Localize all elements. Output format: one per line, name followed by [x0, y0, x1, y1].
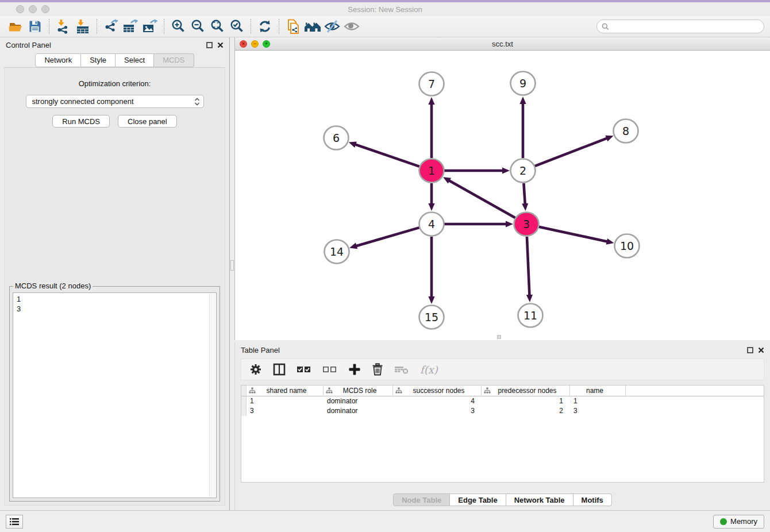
network-graph[interactable]: 1234678910111415 — [235, 51, 769, 340]
eye-slash-icon — [324, 19, 340, 34]
search-input[interactable] — [612, 22, 759, 30]
refresh-button[interactable] — [255, 18, 275, 35]
criterion-select[interactable]: strongly connected component — [26, 95, 204, 108]
float-panel-icon[interactable] — [747, 347, 753, 353]
network-minimize-button[interactable]: − — [251, 40, 259, 48]
node-table[interactable]: shared nameMCDS rolesuccessor nodesprede… — [241, 385, 764, 483]
toolbar-separator — [49, 19, 49, 34]
zoom-selected-button[interactable] — [227, 18, 247, 35]
column-header-successor-nodes[interactable]: successor nodes — [393, 385, 482, 396]
task-history-button[interactable] — [6, 515, 23, 529]
float-panel-icon[interactable] — [206, 42, 213, 48]
table-cell[interactable]: dominator — [324, 396, 393, 406]
network-title: scc.txt — [235, 40, 770, 48]
import-network-button[interactable] — [53, 18, 73, 35]
result-scrollbar[interactable] — [209, 294, 215, 497]
show-hidden-button[interactable] — [342, 18, 361, 35]
node-label: 3 — [523, 218, 530, 230]
mcds-panel: Optimization criterion: strongly connect… — [4, 67, 225, 506]
delete-table-icon[interactable] — [394, 364, 409, 375]
splitter-grip[interactable] — [230, 260, 234, 271]
window-titlebar: Session: New Session — [0, 2, 770, 16]
close-window-button[interactable] — [16, 5, 24, 13]
table-cell[interactable]: 1 — [482, 396, 570, 406]
column-header-shared-name[interactable]: shared name — [247, 385, 324, 396]
row-gutter — [241, 406, 247, 416]
edge-arrowhead — [606, 238, 614, 245]
table-cell[interactable]: 3 — [570, 406, 626, 416]
run-mcds-button[interactable]: Run MCDS — [52, 115, 110, 128]
zoom-out-button[interactable] — [188, 18, 207, 35]
maximize-window-button[interactable] — [41, 5, 49, 13]
tab-select[interactable]: Select — [116, 53, 154, 67]
export-image-button[interactable] — [140, 18, 160, 35]
unselect-all-icon[interactable] — [322, 365, 337, 373]
network-maximize-button[interactable]: + — [263, 40, 270, 48]
close-panel-icon[interactable] — [758, 347, 764, 353]
tab-node-table[interactable]: Node Table — [393, 494, 450, 506]
home-button[interactable] — [303, 18, 322, 35]
column-header-predecessor-nodes[interactable]: predecessor nodes — [482, 385, 570, 396]
toolbar-separator — [164, 19, 164, 34]
graph-edge-4-14[interactable] — [356, 228, 419, 246]
table-cell[interactable]: 3 — [247, 406, 324, 416]
open-file-button[interactable] — [6, 18, 25, 35]
gear-icon[interactable] — [249, 363, 262, 376]
show-columns-icon[interactable] — [273, 363, 286, 376]
memory-button[interactable]: Memory — [713, 515, 764, 529]
graph-edge-1-6[interactable] — [355, 144, 419, 166]
zoom-in-button[interactable] — [168, 18, 188, 35]
mcds-result-group: MCDS result (2 nodes) 13 — [9, 286, 220, 502]
node-label: 6 — [333, 132, 340, 144]
network-window-titlebar[interactable]: × − + scc.txt — [235, 37, 770, 51]
zoom-selected-icon — [229, 19, 244, 34]
export-network-button[interactable] — [101, 18, 121, 35]
edge-arrowhead — [522, 203, 528, 211]
graph-edge-3-11[interactable] — [527, 237, 529, 295]
import-table-button[interactable] — [73, 18, 93, 35]
close-panel-icon[interactable] — [217, 42, 224, 48]
vertical-splitter[interactable] — [229, 37, 234, 510]
tab-mcds[interactable]: MCDS — [154, 53, 194, 67]
network-canvas[interactable]: 1234678910111415 — [235, 51, 770, 340]
tab-style[interactable]: Style — [81, 53, 116, 67]
table-cell[interactable]: 1 — [247, 396, 324, 406]
graph-edge-2-8[interactable] — [535, 138, 607, 166]
function-builder-icon[interactable]: f(x) — [420, 364, 438, 376]
edge-arrowhead — [605, 136, 613, 141]
delete-column-icon[interactable] — [372, 363, 383, 376]
table-cell[interactable]: 4 — [393, 396, 482, 406]
mcds-result-textarea[interactable]: 13 — [13, 292, 217, 498]
search-icon — [602, 23, 609, 30]
canvas-grip[interactable] — [497, 335, 501, 339]
add-column-icon[interactable] — [348, 363, 361, 376]
column-header-MCDS-role[interactable]: MCDS role — [324, 385, 393, 396]
node-label: 7 — [428, 78, 435, 90]
table-cell[interactable]: 3 — [393, 406, 482, 416]
close-panel-button[interactable]: Close panel — [118, 115, 177, 128]
copy-view-button[interactable] — [283, 18, 303, 35]
tab-network[interactable]: Network — [35, 53, 81, 67]
search-box[interactable] — [596, 20, 764, 33]
tab-motifs[interactable]: Motifs — [573, 494, 612, 506]
column-header-name[interactable]: name — [570, 385, 626, 396]
table-cell[interactable]: 2 — [482, 406, 570, 416]
select-all-icon[interactable] — [297, 365, 311, 373]
graph-edge-3-1[interactable] — [449, 180, 515, 218]
export-table-button[interactable] — [121, 18, 140, 35]
table-cell[interactable]: 1 — [570, 396, 626, 406]
save-session-button[interactable] — [25, 18, 45, 35]
main-toolbar — [0, 16, 770, 37]
table-cell[interactable]: dominator — [324, 406, 393, 416]
zoom-fit-button[interactable] — [207, 18, 227, 35]
graph-edge-3-10[interactable] — [538, 227, 607, 242]
table-row[interactable]: 3dominator323 — [241, 406, 764, 416]
table-row[interactable]: 1dominator411 — [241, 396, 764, 406]
tab-network-table[interactable]: Network Table — [506, 494, 573, 506]
hide-selected-button[interactable] — [322, 18, 342, 35]
node-label: 14 — [330, 245, 344, 258]
minimize-window-button[interactable] — [29, 5, 37, 13]
tab-edge-table[interactable]: Edge Table — [450, 494, 506, 506]
network-close-button[interactable]: × — [240, 40, 247, 48]
graph-edge-2-3[interactable] — [523, 183, 525, 204]
